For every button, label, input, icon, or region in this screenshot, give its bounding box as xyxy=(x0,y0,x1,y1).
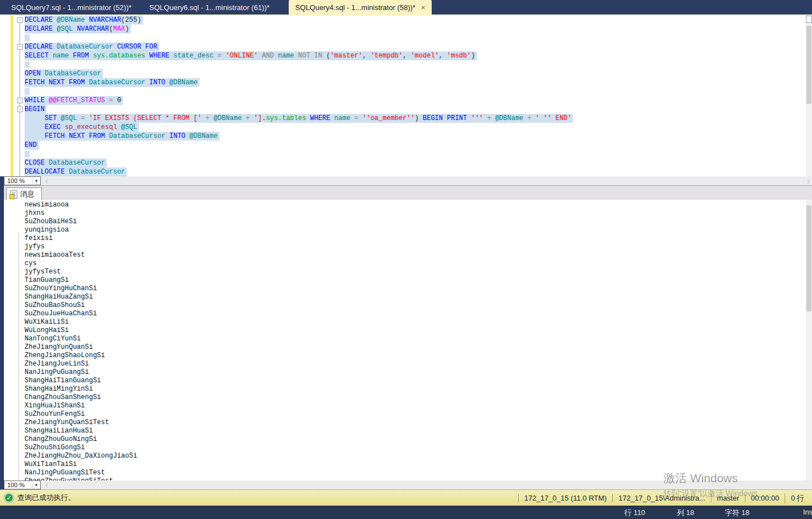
message-row: cys xyxy=(4,260,806,268)
tab-label: SQLQuery4.sql - 1...ministrator (58))* xyxy=(295,3,415,12)
insert-mode-indicator: Ins xyxy=(803,508,812,516)
code-line xyxy=(0,33,804,42)
selected-newline-stub xyxy=(25,88,30,95)
code-line xyxy=(0,87,804,96)
code-line: END xyxy=(0,141,804,150)
fold-collapse-icon[interactable]: - xyxy=(17,17,23,23)
selected-newline-stub xyxy=(25,61,30,68)
message-row: SuZhouBaoShouSi xyxy=(4,301,806,310)
code-line: FETCH NEXT FROM DatabaseCursor INTO @DBN… xyxy=(0,132,804,141)
status-elapsed-time: 00:00:00 xyxy=(745,494,785,502)
scroll-right-icon[interactable]: › xyxy=(807,176,810,185)
messages-tab-label: 消息 xyxy=(20,189,35,199)
scrollbar-thumb[interactable] xyxy=(806,205,811,311)
message-row: SuZhouYunFengSi xyxy=(4,410,806,419)
chevron-down-icon[interactable]: ▾ xyxy=(32,178,40,184)
chevron-down-icon[interactable]: ▾ xyxy=(32,482,40,488)
message-row: ShangHaiTianGuangSi xyxy=(4,377,806,385)
code-lines: -DECLARE @DBName NVARCHAR(255)DECLARE @S… xyxy=(0,16,804,176)
code-text: FETCH NEXT FROM DatabaseCursor INTO @DBN… xyxy=(25,132,219,141)
message-row: feixisi xyxy=(4,234,806,243)
message-row: ShangHaiLianHuaSi xyxy=(4,427,806,435)
fold-collapse-icon[interactable]: - xyxy=(17,107,23,112)
document-tab[interactable]: SQLQuery6.sql - 1...ministrator (61))* xyxy=(142,0,276,15)
message-row: yunqingsioa xyxy=(4,226,806,234)
code-text: DEALLOCATE DatabaseCursor xyxy=(25,167,127,176)
code-line: -BEGIN xyxy=(0,105,804,114)
message-row: jyfysTest xyxy=(4,268,806,276)
message-row: ZheJiangHuZhou_DaXiongJiaoSi xyxy=(4,452,806,460)
document-tab[interactable]: SQLQuery7.sql - 1...ministrator (52))* xyxy=(4,0,138,15)
tab-messages[interactable]: 消息 xyxy=(6,188,42,200)
messages-pane[interactable]: newsimiaooajhxnsSuZhouBaiHeSiyunqingsioa… xyxy=(4,200,806,480)
message-row: ShangHaiMingYinSi xyxy=(4,385,806,393)
tab-label: SQLQuery6.sql - 1...ministrator (61))* xyxy=(149,3,269,12)
code-line xyxy=(0,60,804,69)
document-tab-bar: SQLQuery7.sql - 1...ministrator (52))*SQ… xyxy=(0,0,812,15)
code-line: -DECLARE DatabaseCursor CURSOR FOR xyxy=(0,42,804,51)
code-line: OPEN DatabaseCursor xyxy=(0,69,804,78)
code-text: SET @SQL = 'IF EXISTS (SELECT * FROM [' … xyxy=(25,114,573,123)
message-row: TianGuangSi xyxy=(4,276,806,285)
status-database: master xyxy=(711,494,745,502)
code-line: DECLARE @SQL NVARCHAR(MAX) xyxy=(0,25,804,33)
message-row: NanJingPuGuangSi xyxy=(4,368,806,377)
scroll-left-icon[interactable]: ‹ xyxy=(45,176,48,185)
split-handle[interactable] xyxy=(806,16,812,23)
status-user: 172_17_0_15\Administra... xyxy=(612,494,710,502)
messages-vertical-scrollbar[interactable] xyxy=(806,200,812,480)
message-row: SuZhouJueHuaChanSi xyxy=(4,310,806,318)
selected-newline-stub xyxy=(25,35,30,41)
message-row: ZheJiangJueLinSi xyxy=(4,360,806,368)
status-row-count: 0 行 xyxy=(785,493,810,503)
message-row: SuZhouBaiHeSi xyxy=(4,218,806,226)
code-text: EXEC sp_executesql @SQL xyxy=(25,123,139,132)
close-icon[interactable]: × xyxy=(421,4,426,11)
editor-hscroll-bar: 100 % ▾ ‹ › xyxy=(4,176,812,185)
messages-zoom-value: 100 % xyxy=(4,482,32,488)
scroll-left-icon[interactable]: ‹ xyxy=(45,480,48,489)
status-message-area: ✓ 查询已成功执行。 xyxy=(0,493,75,503)
cursor-position-bar: 行 110 列 18 字符 18 Ins xyxy=(0,506,812,519)
code-line xyxy=(0,150,804,158)
code-line: EXEC sp_executesql @SQL xyxy=(0,123,804,132)
message-row: newsimiaooa xyxy=(4,201,806,209)
code-line: -WHILE @@FETCH_STATUS = 0 xyxy=(0,96,804,105)
success-check-icon: ✓ xyxy=(4,493,13,502)
code-text: DECLARE DatabaseCursor CURSOR FOR xyxy=(25,42,159,51)
message-row: jhxns xyxy=(4,209,806,218)
messages-hscroll-bar: 100 % ▾ ‹ xyxy=(4,480,812,489)
messages-margin-line xyxy=(18,233,19,479)
code-text: SELECT name FROM sys.databases WHERE sta… xyxy=(25,51,477,60)
scrollbar-thumb[interactable] xyxy=(806,26,811,104)
ssms-window: SQLQuery7.sql - 1...ministrator (52))*SQ… xyxy=(0,0,812,519)
sql-editor[interactable]: -DECLARE @DBName NVARCHAR(255)DECLARE @S… xyxy=(0,16,812,176)
message-row: ZheJiangYunQuanSiTest xyxy=(4,419,806,427)
message-row: NanJingPuGuangSiTest xyxy=(4,469,806,477)
document-tab[interactable]: SQLQuery4.sql - 1...ministrator (58))*× xyxy=(289,0,432,15)
code-text: CLOSE DatabaseCursor xyxy=(25,158,107,167)
editor-zoom-value: 100 % xyxy=(4,177,32,184)
messages-icon xyxy=(10,190,17,199)
line-indicator: 行 110 xyxy=(624,508,645,518)
message-row: ChangZhouGuoNingSi xyxy=(4,435,806,444)
message-row: WuXiTianTaiSi xyxy=(4,460,806,469)
code-text: BEGIN xyxy=(25,105,46,114)
status-message: 查询已成功执行。 xyxy=(17,493,75,503)
message-row: ShangHaiHuaZangSi xyxy=(4,293,806,301)
code-text: END xyxy=(25,141,39,150)
message-row: SuZhouYingHuChanSi xyxy=(4,285,806,293)
status-bar: ✓ 查询已成功执行。 172_17_0_15 (11.0 RTM) 172_17… xyxy=(0,489,812,506)
column-indicator: 列 18 xyxy=(677,508,694,518)
fold-collapse-icon[interactable]: - xyxy=(17,44,23,50)
code-line: CLOSE DatabaseCursor xyxy=(0,158,804,167)
code-text: DECLARE @DBName NVARCHAR(255) xyxy=(25,16,143,25)
editor-vertical-scrollbar[interactable] xyxy=(806,16,812,176)
code-line: DEALLOCATE DatabaseCursor xyxy=(0,167,804,176)
message-row: jyfys xyxy=(4,243,806,251)
fold-collapse-icon[interactable]: - xyxy=(17,98,23,103)
code-text: FETCH NEXT FROM DatabaseCursor INTO @DBN… xyxy=(25,78,199,87)
messages-zoom-dropdown[interactable]: 100 % ▾ xyxy=(4,480,41,489)
code-line: FETCH NEXT FROM DatabaseCursor INTO @DBN… xyxy=(0,78,804,87)
editor-zoom-dropdown[interactable]: 100 % ▾ xyxy=(4,176,41,185)
